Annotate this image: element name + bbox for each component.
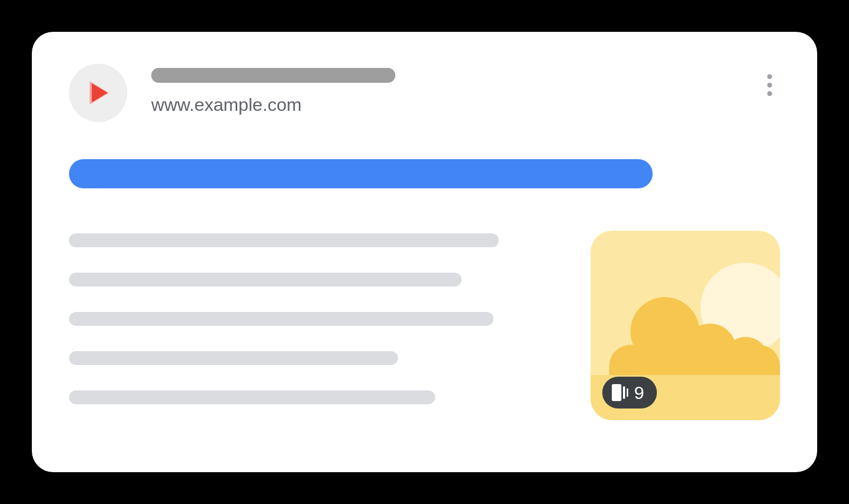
snippet-text-block xyxy=(69,231,545,420)
more-menu-button[interactable] xyxy=(759,72,780,98)
more-vertical-icon xyxy=(767,74,772,79)
result-body: 9 xyxy=(69,231,780,420)
snippet-line xyxy=(69,273,462,286)
snippet-line xyxy=(69,351,398,365)
result-title-placeholder[interactable] xyxy=(69,159,653,188)
page-count-badge: 9 xyxy=(602,377,657,409)
snippet-line xyxy=(69,233,499,247)
site-name-placeholder xyxy=(151,68,395,83)
site-favicon xyxy=(69,64,127,122)
search-result-card: www.example.com xyxy=(32,32,817,472)
result-header: www.example.com xyxy=(69,64,780,122)
result-thumbnail[interactable]: 9 xyxy=(591,231,780,420)
play-icon xyxy=(82,77,114,109)
pages-stack-icon xyxy=(612,384,627,401)
svg-marker-1 xyxy=(92,83,108,102)
cloud-icon xyxy=(609,345,780,377)
page-count: 9 xyxy=(634,383,644,403)
snippet-line xyxy=(69,390,435,404)
snippet-line xyxy=(69,312,493,326)
header-text-block: www.example.com xyxy=(151,64,780,115)
site-url[interactable]: www.example.com xyxy=(151,94,780,115)
